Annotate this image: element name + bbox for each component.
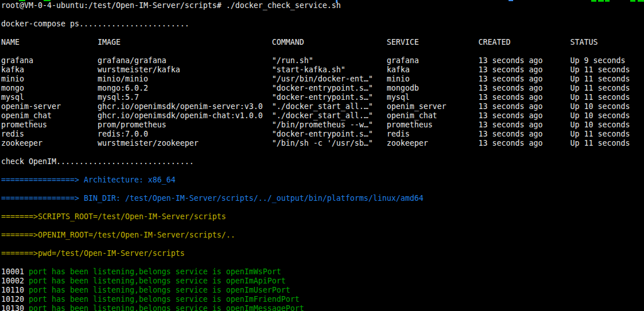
table-row: prometheus prom/prometheus "/bin/prometh… bbox=[1, 120, 644, 130]
table-row: grafana grafana/grafana "/run.sh" grafan… bbox=[1, 56, 644, 65]
container-table: grafana grafana/grafana "/run.sh" grafan… bbox=[1, 56, 644, 148]
port-message: port has been listening,belongs service … bbox=[29, 267, 281, 276]
port-number: 10120 bbox=[1, 295, 29, 304]
port-status-line: 10120 port has been listening,belongs se… bbox=[1, 295, 644, 304]
port-message: port has been listening,belongs service … bbox=[29, 277, 286, 285]
scripts-root-line: =======>SCRIPTS_ROOT=/test/Open-IM-Serve… bbox=[1, 212, 644, 221]
openim-root-line: =======>OPENIM_ROOT=/test/Open-IM-Server… bbox=[1, 231, 644, 240]
table-header: NAME IMAGE COMMAND SERVICE CREATED STATU… bbox=[1, 38, 644, 47]
pwd-line: =======>pwd=/test/Open-IM-Server/scripts bbox=[1, 249, 644, 258]
entered-command: ./docker_check_service.sh bbox=[226, 1, 341, 10]
table-row: minio minio/minio "/usr/bin/docker-ent…"… bbox=[1, 75, 644, 84]
table-row: kafka wurstmeister/kafka "start-kafka.sh… bbox=[1, 65, 644, 75]
table-row: zookeeper wurstmeister/zookeeper "/bin/s… bbox=[1, 139, 644, 148]
port-number: 10130 bbox=[1, 304, 29, 311]
prompt-line: root@VM-0-4-ubuntu:/test/Open-IM-Server/… bbox=[1, 1, 644, 10]
port-message: port has been listening,belongs service … bbox=[29, 304, 304, 311]
port-number: 10001 bbox=[1, 267, 29, 276]
port-status-line: 10130 port has been listening,belongs se… bbox=[1, 304, 644, 311]
port-message: port has been listening,belongs service … bbox=[29, 286, 290, 294]
check-openim-line: check OpenIM............................… bbox=[1, 157, 644, 166]
port-status-line: 10110 port has been listening,belongs se… bbox=[1, 286, 644, 295]
table-row: openim-server ghcr.io/openimsdk/openim-s… bbox=[1, 102, 644, 111]
table-row: redis redis:7.0.0 "docker-entrypoint.s…"… bbox=[1, 130, 644, 139]
table-row: mysql mysql:5.7 "docker-entrypoint.s…" m… bbox=[1, 93, 644, 102]
docker-compose-status-line: docker-compose ps.......................… bbox=[1, 20, 644, 29]
architecture-line: ================> Architecture: x86_64 bbox=[1, 176, 644, 185]
port-number: 10002 bbox=[1, 277, 29, 285]
port-number: 10110 bbox=[1, 286, 29, 294]
terminal-window[interactable]: root@VM-0-4-ubuntu:/test/Open-IM-Server/… bbox=[0, 0, 644, 311]
port-status-line: 10002 port has been listening,belongs se… bbox=[1, 277, 644, 286]
port-message: port has been listening,belongs service … bbox=[29, 295, 300, 304]
bin-dir-line: ================> BIN_DIR: /test/Open-IM… bbox=[1, 194, 644, 203]
terminal-output: root@VM-0-4-ubuntu:/test/Open-IM-Server/… bbox=[1, 1, 644, 311]
port-status-line: 10001 port has been listening,belongs se… bbox=[1, 267, 644, 277]
shell-prompt: root@VM-0-4-ubuntu:/test/Open-IM-Server/… bbox=[1, 1, 222, 10]
container-port-lines: 10001 port has been listening,belongs se… bbox=[1, 267, 644, 311]
table-row: mongo mongo:6.0.2 "docker-entrypoint.s…"… bbox=[1, 84, 644, 93]
table-row: openim_chat ghcr.io/openimsdk/openim-cha… bbox=[1, 111, 644, 120]
